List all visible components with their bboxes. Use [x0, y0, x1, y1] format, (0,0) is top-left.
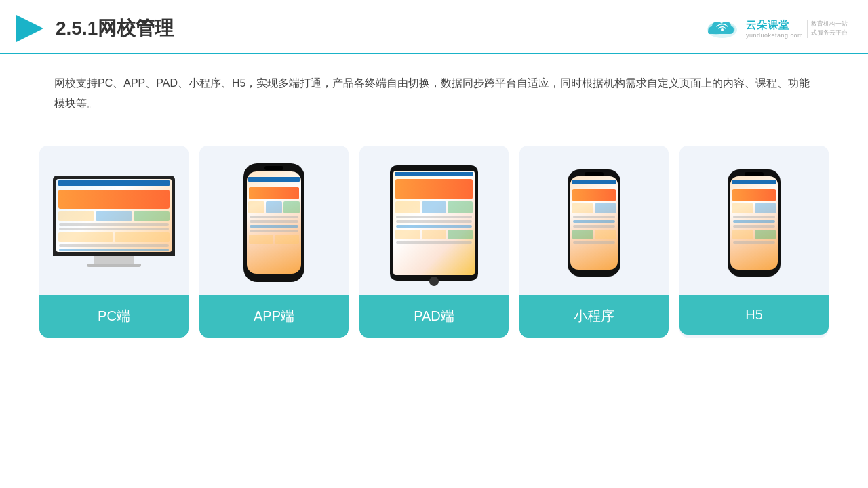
logo-tagline: 教育机构一站 式服务云平台 [807, 20, 848, 38]
card-app-image [199, 146, 349, 295]
logo-url-text: yunduoketang.com [746, 32, 803, 39]
play-icon [14, 12, 46, 45]
cards-container: PC端 [0, 132, 868, 338]
card-pc-label: PC端 [39, 295, 189, 338]
card-pc: PC端 [39, 146, 189, 338]
card-miniapp-image [519, 146, 669, 295]
card-h5: H5 [679, 146, 829, 338]
logo-area: 云朵课堂 yunduoketang.com 教育机构一站 式服务云平台 [703, 15, 848, 42]
phone-app-device [243, 163, 304, 282]
card-app: APP端 [199, 146, 349, 338]
card-app-label: APP端 [199, 295, 349, 338]
monitor-device [53, 176, 175, 270]
logo-text-block: 云朵课堂 yunduoketang.com [746, 19, 803, 39]
phone-miniapp-device [568, 169, 620, 277]
card-h5-image [679, 146, 829, 295]
header-left: 2.5.1网校管理 [14, 12, 174, 45]
page-title: 2.5.1网校管理 [56, 16, 174, 41]
svg-marker-0 [16, 15, 43, 42]
header: 2.5.1网校管理 云朵课堂 yunduoketang.com 教育机构一站 式… [0, 0, 868, 54]
card-h5-label: H5 [679, 295, 829, 335]
card-pad-label: PAD端 [359, 295, 509, 338]
phone-h5-device [728, 169, 781, 277]
tablet-device [390, 165, 478, 281]
card-pad-image [359, 146, 509, 295]
card-miniapp: 小程序 [519, 146, 669, 338]
logo-main-text: 云朵课堂 [746, 19, 803, 32]
card-pad: PAD端 [359, 146, 509, 338]
card-pc-image [39, 146, 189, 295]
svg-point-4 [721, 28, 724, 31]
description-text: 网校支持PC、APP、PAD、小程序、H5，实现多端打通，产品各终端自由切换，数… [0, 54, 868, 125]
card-miniapp-label: 小程序 [519, 295, 669, 338]
logo-icon [703, 15, 742, 42]
